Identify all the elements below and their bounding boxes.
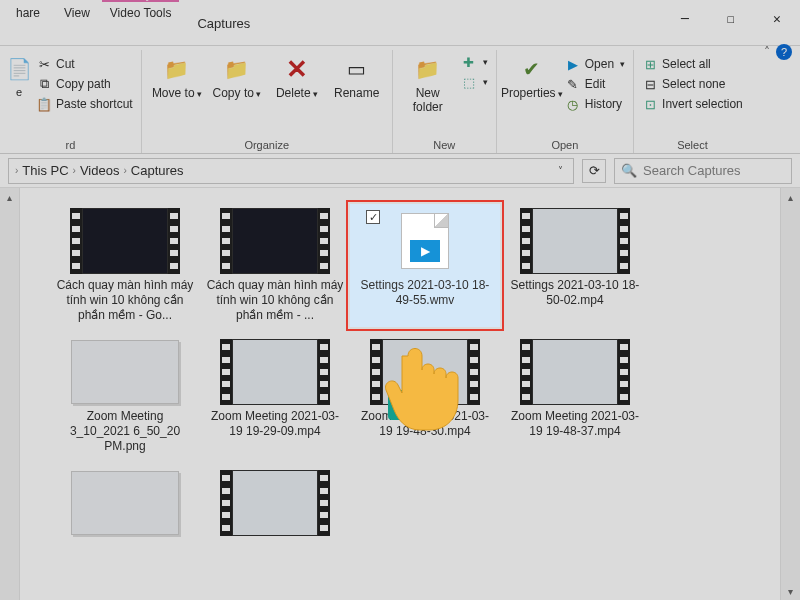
crumb-captures[interactable]: Captures [131, 163, 184, 178]
select-none-button[interactable]: ⊟Select none [642, 76, 743, 92]
group-label-organize: Organize [244, 137, 289, 153]
file-item[interactable]: Zoom Meeting 3_10_2021 6_50_20 PM.png [50, 335, 200, 458]
chevron-right-icon: › [123, 165, 126, 176]
paste-icon: 📄 [4, 54, 34, 84]
group-select: ⊞Select all ⊟Select none ⊡Invert selecti… [634, 50, 751, 153]
group-clipboard: 📄 e ✂Cut ⧉Copy path 📋Paste shortcut rd [0, 50, 142, 153]
file-item[interactable]: Cách quay màn hình máy tính win 10 không… [50, 204, 200, 327]
invert-selection-icon: ⊡ [642, 96, 658, 112]
breadcrumb-box[interactable]: › This PC › Videos › Captures ˅ [8, 158, 574, 184]
copy-path-button[interactable]: ⧉Copy path [36, 76, 133, 92]
minimize-button[interactable]: ─ [662, 4, 708, 32]
file-name-label: Zoom Meeting 3_10_2021 6_50_20 PM.png [55, 409, 195, 454]
paste-shortcut-button[interactable]: 📋Paste shortcut [36, 96, 133, 112]
group-open: ✔ Properties▾ ▶Open▾ ✎Edit ◷History Open [497, 50, 634, 153]
context-tab-group: Play Video Tools [102, 0, 180, 24]
group-organize: 📁 Move to▾ 📁 Copy to▾ ✕ Delete▾ ▭ Rename… [142, 50, 393, 153]
address-dropdown-icon[interactable]: ˅ [554, 165, 567, 176]
file-item[interactable] [50, 466, 200, 544]
search-input[interactable]: 🔍 Search Captures [614, 158, 792, 184]
file-name-label: Zoom Meeting 2021-03-19 19-29-09.mp4 [205, 409, 345, 439]
new-item-button[interactable]: ✚▾ [461, 54, 488, 70]
group-label-select: Select [677, 137, 708, 153]
copy-to-button[interactable]: 📁 Copy to▾ [210, 52, 264, 100]
delete-button[interactable]: ✕ Delete▾ [270, 52, 324, 100]
new-folder-icon: 📁 [413, 54, 443, 84]
nav-scrollbar[interactable]: ▴ [0, 188, 20, 600]
copy-path-icon: ⧉ [36, 76, 52, 92]
help-icon[interactable]: ? [776, 44, 792, 60]
file-name-label: Cách quay màn hình máy tính win 10 không… [205, 278, 345, 323]
address-bar-row: › This PC › Videos › Captures ˅ ⟳ 🔍 Sear… [0, 154, 800, 188]
search-placeholder: Search Captures [643, 163, 741, 178]
copy-to-icon: 📁 [222, 54, 252, 84]
select-all-icon: ⊞ [642, 56, 658, 72]
tab-view[interactable]: View [52, 2, 102, 24]
edit-icon: ✎ [565, 76, 581, 92]
window-title: Captures [197, 16, 662, 31]
move-to-icon: 📁 [162, 54, 192, 84]
rename-icon: ▭ [342, 54, 372, 84]
group-new: 📁 New folder ✚▾ ⬚▾ New [393, 50, 497, 153]
open-icon: ▶ [565, 56, 581, 72]
file-name-label: Settings 2021-03-10 18-49-55.wmv [355, 278, 495, 308]
properties-button[interactable]: ✔ Properties▾ [505, 52, 559, 100]
select-none-icon: ⊟ [642, 76, 658, 92]
rename-button[interactable]: ▭ Rename [330, 52, 384, 100]
refresh-button[interactable]: ⟳ [582, 159, 606, 183]
pointer-hand-icon [372, 320, 492, 440]
properties-icon: ✔ [517, 54, 547, 84]
file-name-label: Zoom Meeting 2021-03-19 19-48-37.mp4 [505, 409, 645, 439]
maximize-button[interactable]: ☐ [708, 4, 754, 32]
scroll-up-icon[interactable]: ▴ [782, 188, 800, 206]
ribbon-collapse-row: ˄ ? [764, 44, 792, 60]
ribbon-tab-row: hare View Play Video Tools [0, 0, 179, 24]
easy-access-icon: ⬚ [461, 74, 477, 90]
crumb-this-pc[interactable]: This PC [22, 163, 68, 178]
paste-button[interactable]: 📄 e [8, 52, 30, 98]
group-label-clipboard: rd [65, 137, 75, 153]
crumb-videos[interactable]: Videos [80, 163, 120, 178]
invert-selection-button[interactable]: ⊡Invert selection [642, 96, 743, 112]
delete-icon: ✕ [282, 54, 312, 84]
content-scrollbar[interactable]: ▴ ▾ [780, 188, 800, 600]
group-label-open: Open [551, 137, 578, 153]
scroll-down-icon[interactable]: ▾ [782, 582, 800, 600]
file-item[interactable]: ✓▶ Settings 2021-03-10 18-49-55.wmv [350, 204, 500, 327]
close-button[interactable]: ✕ [754, 4, 800, 32]
file-item[interactable] [200, 466, 350, 544]
ribbon: 📄 e ✂Cut ⧉Copy path 📋Paste shortcut rd 📁… [0, 46, 800, 154]
group-label-new: New [433, 137, 455, 153]
move-to-button[interactable]: 📁 Move to▾ [150, 52, 204, 100]
select-all-button[interactable]: ⊞Select all [642, 56, 743, 72]
refresh-icon: ⟳ [589, 163, 600, 178]
tab-share[interactable]: hare [4, 2, 52, 24]
file-item[interactable]: Cách quay màn hình máy tính win 10 không… [200, 204, 350, 327]
file-item[interactable]: Zoom Meeting 2021-03-19 19-29-09.mp4 [200, 335, 350, 458]
cut-icon: ✂ [36, 56, 52, 72]
tab-video-tools[interactable]: Video Tools [102, 2, 180, 24]
new-item-icon: ✚ [461, 54, 477, 70]
edit-button[interactable]: ✎Edit [565, 76, 625, 92]
chevron-right-icon: › [15, 165, 18, 176]
easy-access-button[interactable]: ⬚▾ [461, 74, 488, 90]
cut-button[interactable]: ✂Cut [36, 56, 133, 72]
file-name-label: Settings 2021-03-10 18-50-02.mp4 [505, 278, 645, 308]
scroll-up-icon[interactable]: ▴ [1, 188, 19, 206]
file-item[interactable]: Settings 2021-03-10 18-50-02.mp4 [500, 204, 650, 327]
chevron-up-icon[interactable]: ˄ [764, 45, 770, 59]
history-icon: ◷ [565, 96, 581, 112]
titlebar: hare View Play Video Tools Captures ─ ☐ … [0, 0, 800, 46]
file-item[interactable]: Zoom Meeting 2021-03-19 19-48-37.mp4 [500, 335, 650, 458]
paste-shortcut-icon: 📋 [36, 96, 52, 112]
open-button[interactable]: ▶Open▾ [565, 56, 625, 72]
search-icon: 🔍 [621, 163, 637, 178]
chevron-right-icon: › [73, 165, 76, 176]
new-folder-button[interactable]: 📁 New folder [401, 52, 455, 114]
history-button[interactable]: ◷History [565, 96, 625, 112]
file-name-label: Cách quay màn hình máy tính win 10 không… [55, 278, 195, 323]
